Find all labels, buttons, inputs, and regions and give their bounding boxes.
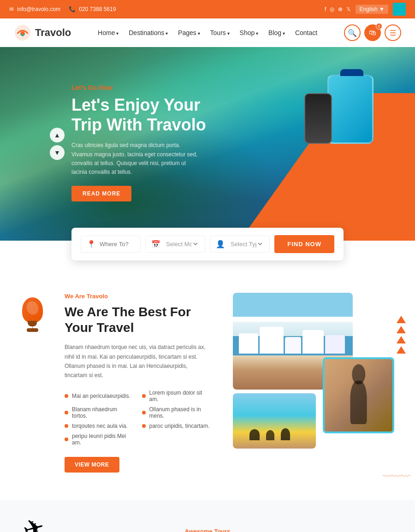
hero-content: Let's Go Now Let's Enjoy Your Trip With … [71, 84, 219, 201]
feature-dot-4 [142, 411, 146, 414]
triangle-3 [397, 336, 406, 343]
menu-button[interactable]: ☰ [385, 24, 401, 41]
logo[interactable]: Travolo [14, 24, 71, 41]
feature-dot-3 [65, 411, 68, 414]
person-image [323, 357, 394, 433]
logo-text: Travolo [35, 27, 71, 39]
person-photo [325, 359, 392, 432]
nav-contact[interactable]: Contact [295, 29, 317, 36]
hero-description: Cras ultricies ligula sed magna dictum p… [71, 141, 201, 177]
feature-4: Ollanum phased is in mens. [142, 406, 210, 419]
holiday-label: Awesome Tours [28, 528, 387, 532]
type-select[interactable]: Select Type AdventureBeachCity CulturalN… [229, 240, 264, 248]
location-icon: 📍 [87, 240, 96, 248]
feature-dot-7 [65, 437, 68, 441]
facebook-link[interactable]: f [325, 6, 326, 12]
about-label: We Are Travolo [65, 293, 210, 300]
feature-2: Lorem ipsum dolor sit am. [142, 390, 210, 402]
nav-tours[interactable]: Tours [210, 29, 230, 36]
beach-photo [233, 393, 316, 449]
feature-7: peripu Ieunri pidis Mei am. [65, 433, 133, 446]
social-links: f ◎ ⊕ 𝕏 [325, 6, 351, 12]
feature-5: torqoutes nec aula via. [65, 423, 133, 429]
phone-info: 📞 020 7388 5619 [69, 6, 116, 12]
nav-pages[interactable]: Pages [178, 29, 200, 36]
about-section: 〰〰〰 We Are Travolo We Are The Best For Y… [0, 260, 415, 500]
view-more-button[interactable]: VIEW MORE [65, 457, 119, 473]
hero-subtitle: Let's Go Now [71, 84, 219, 91]
feature-dot-2 [142, 394, 146, 398]
about-description: Blanam nhaedrum torque nec uis, via datr… [65, 343, 210, 380]
hero-title: Let's Enjoy Your Trip With Travolo [71, 95, 219, 135]
about-title: We Are The Best For Your Travel [65, 304, 210, 335]
beach-image [233, 393, 316, 449]
balloon-basket [27, 328, 38, 332]
email-info: ✉ info@travolo.com [9, 6, 60, 12]
nav-action-icons: 🔍 🛍 0 ☰ [344, 24, 401, 41]
main-navigation: Travolo Home Destinations Pages Tours Sh… [0, 18, 415, 47]
type-field[interactable]: 👤 Select Type AdventureBeachCity Cultura… [210, 236, 270, 253]
holiday-section: ✈ Awesome Tours Best Holiday Package Cur… [0, 500, 415, 532]
waves-decoration: 〰〰〰 [383, 471, 410, 482]
triangle-2 [397, 326, 406, 333]
language-selector[interactable]: English ▼ [356, 5, 388, 14]
top-bar-right: f ◎ ⊕ 𝕏 English ▼ [325, 3, 406, 16]
search-button[interactable]: 🔍 [344, 24, 361, 41]
top-bar: ✉ info@travolo.com 📞 020 7388 5619 f ◎ ⊕… [0, 0, 415, 18]
calendar-icon: 📅 [151, 240, 160, 248]
hero-arrows: ▲ ▼ [50, 128, 65, 160]
feature-3: Blanam nhaedrum tortos. [65, 406, 133, 419]
nav-shop[interactable]: Shop [240, 29, 258, 36]
top-bar-contact: ✉ info@travolo.com 📞 020 7388 5619 [9, 6, 116, 12]
month-field[interactable]: 📅 Select Month JanuaryFebruaryMarch Apri… [145, 236, 205, 253]
hero-prev-arrow[interactable]: ▲ [50, 128, 65, 142]
nav-blog[interactable]: Blog [268, 29, 285, 36]
feature-dot-1 [65, 394, 68, 398]
balloon-body [22, 297, 43, 323]
triangle-1 [397, 316, 406, 323]
feature-1: Mai an periculaeurpidis. [65, 390, 133, 402]
feature-dot-5 [65, 424, 68, 428]
airplane-icon: ✈ [20, 512, 48, 532]
hero-section: ▲ ▼ Let's Go Now Let's Enjoy Your Trip W… [0, 47, 415, 241]
feature-6: paroc uripidis, tincartam. [142, 423, 210, 429]
about-images [233, 293, 378, 440]
where-to-field[interactable]: 📍 [81, 236, 141, 253]
search-bar: 📍 📅 Select Month JanuaryFebruaryMarch Ap… [71, 228, 344, 260]
hero-illustration [272, 56, 401, 213]
phone-illustration [304, 93, 332, 144]
phone-icon: 📞 [69, 6, 76, 12]
airplane-decoration: ✈ [23, 514, 44, 532]
triangle-4 [397, 346, 406, 354]
about-text-content: We Are Travolo We Are The Best For Your … [37, 293, 210, 473]
feature-dot-6 [142, 424, 146, 428]
hero-read-more-button[interactable]: READ MORE [71, 186, 131, 201]
month-select[interactable]: Select Month JanuaryFebruaryMarch AprilM… [164, 240, 199, 248]
hero-next-arrow[interactable]: ▼ [50, 145, 65, 160]
triangles-decoration [397, 316, 406, 354]
find-now-button[interactable]: FIND NOW [274, 235, 334, 253]
type-icon: 👤 [216, 240, 225, 248]
nav-home[interactable]: Home [98, 29, 119, 36]
instagram-link[interactable]: ◎ [330, 6, 334, 12]
mail-icon: ✉ [9, 6, 14, 12]
cart-badge: 0 [376, 23, 382, 30]
where-to-input[interactable] [100, 241, 135, 248]
teal-accent-box [393, 3, 406, 16]
pinterest-link[interactable]: ⊕ [338, 6, 343, 12]
suitcase-illustration [327, 75, 374, 144]
nav-destinations[interactable]: Destinations [129, 29, 168, 36]
twitter-link[interactable]: 𝕏 [346, 6, 351, 12]
logo-icon [14, 24, 31, 41]
balloon-decoration [18, 297, 46, 330]
features-grid: Mai an periculaeurpidis. Lorem ipsum dol… [65, 390, 210, 446]
nav-links: Home Destinations Pages Tours Shop Blog … [98, 29, 317, 36]
cart-button[interactable]: 🛍 0 [364, 24, 381, 41]
